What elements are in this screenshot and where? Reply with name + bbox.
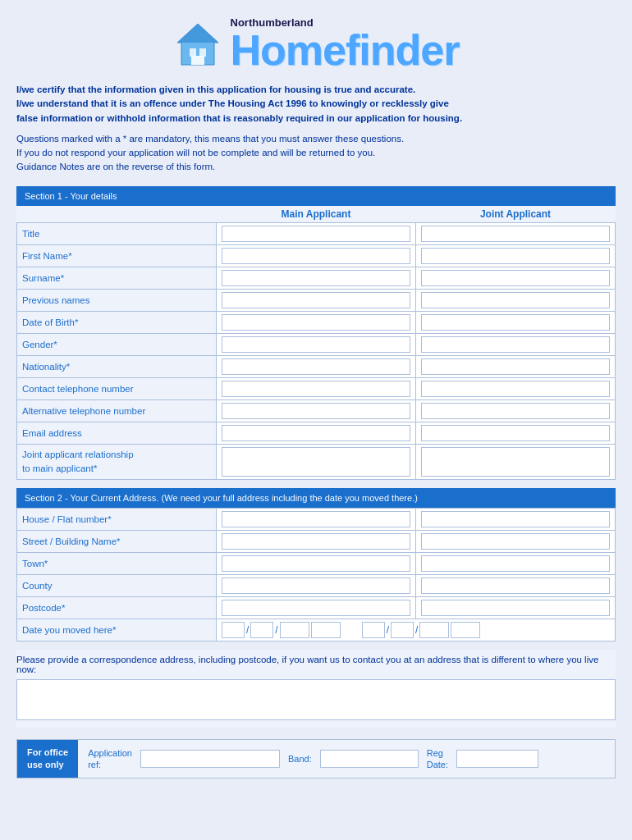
joint-alt-tel-input[interactable]: [421, 403, 610, 419]
main-date-y1[interactable]: [280, 622, 309, 638]
svg-rect-4: [191, 56, 204, 65]
section2-header: Section 2 - Your Current Address. (We ne…: [16, 488, 616, 508]
main-date-m1[interactable]: [250, 622, 273, 638]
joint-surname-input[interactable]: [421, 270, 610, 286]
joint-title-input[interactable]: [421, 226, 610, 242]
logo-wrapper: Northumberland Homefinder: [231, 16, 460, 71]
joint-gender-input[interactable]: [421, 336, 610, 353]
main-contact-tel-input[interactable]: [222, 381, 410, 397]
table-row: Date you moved here* / / /: [17, 619, 616, 641]
correspondence-prompt: Please provide a correspondence address,…: [16, 655, 616, 674]
table-row: Nationality*: [17, 355, 616, 377]
main-surname-input[interactable]: [222, 270, 410, 286]
app-ref-input[interactable]: [140, 750, 280, 768]
main-county-input[interactable]: [222, 578, 410, 594]
main-applicant-header: Main Applicant: [217, 206, 416, 223]
field-label-previous-names: Previous names: [17, 289, 217, 311]
joint-postcode-input[interactable]: [421, 600, 610, 616]
joint-email-input[interactable]: [421, 425, 610, 441]
table-row: Title: [17, 222, 616, 244]
field-label-town: Town*: [17, 552, 217, 574]
svg-rect-3: [199, 48, 206, 57]
field-label-street: Street / Building Name*: [17, 530, 217, 552]
joint-relationship-input[interactable]: [421, 447, 610, 477]
field-label-title: Title: [17, 222, 217, 244]
joint-applicant-header: Joint Applicant: [416, 206, 616, 223]
joint-date-m1[interactable]: [391, 622, 414, 638]
joint-house-number-input[interactable]: [421, 511, 610, 527]
table-row: Town*: [17, 552, 616, 574]
main-gender-input[interactable]: [222, 336, 410, 353]
joint-contact-tel-input[interactable]: [421, 381, 610, 397]
field-label-county: County: [17, 574, 217, 596]
app-ref-label: Application ref:: [88, 747, 132, 771]
main-date-y2[interactable]: [311, 622, 341, 638]
table-row: Email address: [17, 422, 616, 444]
section2-block: Section 2 - Your Current Address. (We ne…: [16, 488, 616, 728]
main-relationship-input[interactable]: [222, 447, 410, 477]
table-row: Gender*: [17, 333, 616, 355]
intro-bold-text: I/we certify that the information given …: [16, 83, 616, 126]
date-moved-area: / / / /: [222, 622, 610, 638]
logo-area: Northumberland Homefinder: [16, 16, 616, 71]
band-input[interactable]: [320, 750, 419, 768]
table-row: County: [17, 574, 616, 596]
main-previous-names-input[interactable]: [222, 292, 410, 308]
joint-nationality-input[interactable]: [421, 358, 610, 375]
joint-date-y1[interactable]: [419, 622, 449, 638]
field-label-surname: Surname*: [17, 267, 217, 289]
main-dob-input[interactable]: [222, 314, 410, 331]
main-alt-tel-input[interactable]: [222, 403, 410, 419]
house-icon: [173, 20, 222, 69]
main-date-segment: / /: [222, 622, 341, 638]
reg-date-label: Reg Date:: [427, 747, 448, 771]
logo-title-big: Homefinder: [231, 29, 460, 71]
main-firstname-input[interactable]: [222, 248, 410, 264]
main-house-number-input[interactable]: [222, 511, 410, 527]
table-row: Surname*: [17, 267, 616, 289]
main-street-input[interactable]: [222, 533, 410, 550]
intro-normal-text: Questions marked with a * are mandatory,…: [16, 132, 616, 175]
table-row: Previous names: [17, 289, 616, 311]
table-row: Contact telephone number: [17, 377, 616, 399]
joint-date-d1[interactable]: [362, 622, 385, 638]
main-postcode-input[interactable]: [222, 600, 410, 616]
field-label-firstname: First Name*: [17, 244, 217, 267]
joint-county-input[interactable]: [421, 578, 610, 594]
joint-firstname-input[interactable]: [421, 248, 610, 264]
main-email-input[interactable]: [222, 425, 410, 441]
field-label-alt-tel: Alternative telephone number: [17, 399, 217, 422]
section1-table: Main Applicant Joint Applicant Title Fir…: [16, 206, 616, 480]
reg-date-input[interactable]: [456, 750, 538, 768]
column-headers-row: Main Applicant Joint Applicant: [17, 206, 616, 223]
main-title-input[interactable]: [222, 226, 410, 242]
table-row: Postcode*: [17, 596, 616, 619]
joint-street-input[interactable]: [421, 533, 610, 550]
correspondence-textarea[interactable]: [16, 679, 616, 720]
joint-dob-input[interactable]: [421, 314, 610, 331]
band-label: Band:: [288, 754, 312, 764]
table-row: First Name*: [17, 244, 616, 267]
joint-previous-names-input[interactable]: [421, 292, 610, 308]
main-title-cell: [217, 222, 416, 244]
field-label-date-moved: Date you moved here*: [17, 619, 217, 641]
svg-marker-1: [177, 24, 218, 43]
main-nationality-input[interactable]: [222, 358, 410, 375]
field-label-postcode: Postcode*: [17, 596, 217, 619]
field-label-contact-tel: Contact telephone number: [17, 377, 217, 399]
office-use-label: For office use only: [17, 740, 78, 778]
table-row: Joint applicant relationshipto main appl…: [17, 444, 616, 479]
joint-town-input[interactable]: [421, 555, 610, 572]
table-row: Date of Birth*: [17, 311, 616, 333]
field-label-dob: Date of Birth*: [17, 311, 217, 333]
joint-date-y2[interactable]: [451, 622, 480, 638]
section1-block: Section 1 - Your details Main Applicant …: [16, 186, 616, 480]
main-date-d1[interactable]: [222, 622, 245, 638]
field-label-nationality: Nationality*: [17, 355, 217, 377]
main-town-input[interactable]: [222, 555, 410, 572]
section1-header: Section 1 - Your details: [16, 186, 616, 206]
footer-fields: Application ref: Band: Reg Date:: [78, 740, 615, 778]
field-label-gender: Gender*: [17, 333, 217, 355]
table-row: Alternative telephone number: [17, 399, 616, 422]
table-row: Street / Building Name*: [17, 530, 616, 552]
